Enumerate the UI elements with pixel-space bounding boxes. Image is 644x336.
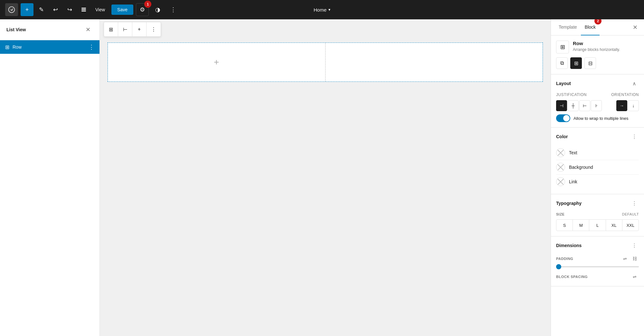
- layout-section-title: Layout: [556, 81, 571, 86]
- text-color-circle[interactable]: [556, 148, 565, 157]
- view-button[interactable]: View: [91, 5, 109, 15]
- svg-rect-2: [81, 11, 86, 12]
- link-color-circle[interactable]: [556, 177, 565, 186]
- orient-vertical-button[interactable]: ↓: [628, 100, 639, 111]
- block-info-row: ⊞ Row Arrange blocks horizontally.: [556, 41, 639, 53]
- row-layout-button[interactable]: ⊞: [570, 57, 582, 69]
- row-block[interactable]: +: [108, 43, 543, 82]
- toggle-knob: [563, 115, 570, 121]
- wordpress-logo[interactable]: [5, 3, 18, 16]
- block-name: Row: [573, 41, 639, 46]
- tab-template[interactable]: Template: [555, 19, 581, 35]
- size-s-button[interactable]: S: [556, 220, 573, 231]
- link-color-label: Link: [569, 179, 577, 184]
- orient-horizontal-button[interactable]: →: [616, 100, 627, 111]
- typography-more-button[interactable]: ⋮: [630, 199, 639, 208]
- color-section-actions: ⋮: [630, 132, 639, 141]
- edit-mode-button[interactable]: ✎: [35, 3, 48, 16]
- undo-button[interactable]: ↩: [49, 3, 62, 16]
- background-color-circle[interactable]: [556, 163, 565, 172]
- size-xxl-button[interactable]: XXL: [622, 220, 639, 231]
- page-title[interactable]: Home ▾: [314, 7, 330, 13]
- settings-button[interactable]: ⚙: [136, 3, 149, 16]
- dimensions-section: Dimensions ⋮ PADDING ⇌ ⛓ BLOCK SPACI: [551, 236, 644, 286]
- block-type-icon: ⊞: [556, 41, 569, 53]
- add-block-button[interactable]: +: [21, 3, 33, 16]
- block-options-button[interactable]: ⋮: [147, 22, 161, 36]
- dimensions-more-button[interactable]: ⋮: [630, 241, 639, 250]
- top-toolbar: + ✎ ↩ ↪ Home ▾ View Save ⚙ 1 ◑ ⋮: [0, 0, 644, 19]
- wp-logo-icon: [8, 6, 15, 14]
- background-color-label: Background: [569, 165, 593, 170]
- typography-section-header[interactable]: Typography ⋮: [551, 194, 644, 212]
- theme-toggle-button[interactable]: ◑: [151, 3, 164, 16]
- block-spacing-actions: ⇌: [630, 273, 639, 281]
- tab-block[interactable]: Block: [581, 19, 600, 35]
- row-column-2[interactable]: [326, 43, 543, 82]
- layout-section: Layout ∧ Justification Orientation ⊣: [551, 74, 644, 128]
- block-icon-actions: ⧉ ⊞ ⊟: [556, 57, 639, 69]
- more-options-button[interactable]: ⋮: [167, 3, 180, 16]
- block-spacing-label-row: BLOCK SPACING ⇌: [556, 273, 639, 281]
- padding-settings-button[interactable]: ⇌: [621, 254, 629, 263]
- sidebar-item-row[interactable]: ⊞ Row ⋮: [0, 40, 99, 54]
- row-block-icon: ⊞: [5, 44, 9, 50]
- stack-layout-button[interactable]: ⊟: [584, 57, 596, 69]
- padding-slider-thumb[interactable]: [556, 264, 561, 269]
- block-align-button[interactable]: ⊢: [118, 22, 132, 36]
- padding-link-button[interactable]: ⛓: [630, 254, 639, 263]
- toolbar-center: Home ▾: [314, 7, 330, 13]
- padding-actions: ⇌ ⛓: [621, 254, 639, 263]
- size-l-button[interactable]: L: [589, 220, 606, 231]
- block-floating-toolbar: ⊞ ⊢ + ⋮: [104, 22, 161, 37]
- sidebar-title: List View: [6, 27, 26, 32]
- wrap-toggle-row: Allow to wrap to multiple lines: [556, 114, 639, 122]
- tab-block-wrap: Block 2: [581, 19, 600, 35]
- sidebar-close-button[interactable]: ✕: [83, 24, 93, 35]
- typography-section: Typography ⋮ SIZE DEFAULT S M L XL XXL: [551, 194, 644, 236]
- size-xl-button[interactable]: XL: [606, 220, 622, 231]
- svg-rect-1: [81, 9, 86, 10]
- dimensions-section-actions: ⋮: [630, 241, 639, 250]
- row-block-more[interactable]: ⋮: [89, 43, 94, 51]
- panel-close-button[interactable]: ✕: [630, 22, 640, 33]
- padding-slider[interactable]: [556, 266, 639, 267]
- orient-buttons: → ↓: [616, 100, 639, 111]
- justification-label: Justification: [556, 92, 598, 97]
- block-spacing-settings-button[interactable]: ⇌: [630, 273, 639, 281]
- color-background-row: Background: [556, 160, 639, 175]
- color-section: Color ⋮ Text Background Link: [551, 128, 644, 194]
- layout-section-actions: ∧: [630, 79, 639, 88]
- dimensions-section-header[interactable]: Dimensions ⋮: [551, 236, 644, 254]
- editor-area[interactable]: ⊞ ⊢ + ⋮ +: [100, 19, 551, 336]
- layout-section-header[interactable]: Layout ∧: [551, 74, 644, 92]
- color-more-button[interactable]: ⋮: [630, 132, 639, 141]
- gear-button-wrap: ⚙ 1: [136, 3, 149, 16]
- layout-buttons-row: ⊣ ┼ ⊢ ⊦ → ↓: [556, 100, 639, 111]
- size-m-button[interactable]: M: [573, 220, 589, 231]
- justify-right-button[interactable]: ⊢: [579, 100, 590, 111]
- duplicate-block-button[interactable]: ⧉: [556, 57, 568, 69]
- block-description: Arrange blocks horizontally.: [573, 47, 639, 53]
- row-column-1[interactable]: +: [108, 43, 326, 82]
- color-section-header[interactable]: Color ⋮: [551, 128, 644, 146]
- wrap-toggle[interactable]: [556, 114, 570, 122]
- block-info: ⊞ Row Arrange blocks horizontally. ⧉ ⊞ ⊟: [551, 35, 644, 74]
- page-title-text: Home: [314, 7, 327, 13]
- justify-space-button[interactable]: ⊦: [591, 100, 602, 111]
- toolbar-right: View Save ⚙ 1 ◑ ⋮: [91, 3, 180, 16]
- justify-center-button[interactable]: ┼: [568, 100, 579, 111]
- typo-default-label: DEFAULT: [622, 212, 639, 216]
- typography-section-actions: ⋮: [630, 199, 639, 208]
- typo-size-label: SIZE: [556, 212, 564, 216]
- block-add-button[interactable]: +: [132, 22, 147, 36]
- panel-tabs: Template Block 2 ✕: [551, 19, 644, 35]
- justify-left-button[interactable]: ⊣: [556, 100, 567, 111]
- block-type-button[interactable]: ⊞: [104, 22, 118, 36]
- typo-size-row: SIZE DEFAULT: [556, 212, 639, 216]
- list-view-button[interactable]: [77, 3, 90, 16]
- layout-collapse-button[interactable]: ∧: [630, 79, 639, 88]
- save-button[interactable]: Save: [111, 5, 133, 15]
- color-controls: Text Background Link: [551, 146, 644, 194]
- redo-button[interactable]: ↪: [63, 3, 76, 16]
